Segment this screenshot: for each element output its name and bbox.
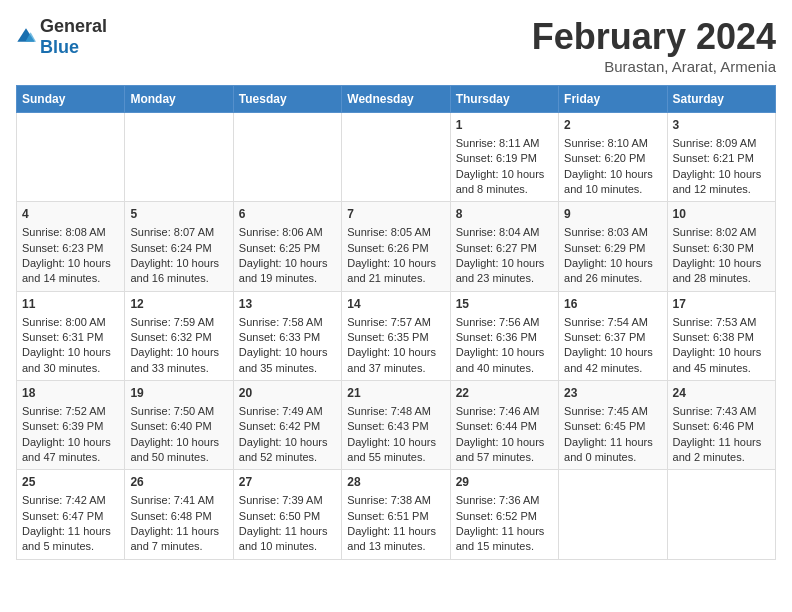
day-info: Sunrise: 8:09 AM <box>673 136 770 151</box>
day-info: Daylight: 10 hours <box>673 345 770 360</box>
day-info: and 5 minutes. <box>22 539 119 554</box>
day-info: and 35 minutes. <box>239 361 336 376</box>
day-info: and 50 minutes. <box>130 450 227 465</box>
day-info: Sunrise: 7:41 AM <box>130 493 227 508</box>
day-number: 4 <box>22 206 119 223</box>
day-number: 3 <box>673 117 770 134</box>
calendar-cell: 18Sunrise: 7:52 AMSunset: 6:39 PMDayligh… <box>17 381 125 470</box>
day-info: Daylight: 10 hours <box>347 435 444 450</box>
week-row-5: 25Sunrise: 7:42 AMSunset: 6:47 PMDayligh… <box>17 470 776 559</box>
day-number: 11 <box>22 296 119 313</box>
day-info: and 45 minutes. <box>673 361 770 376</box>
day-info: Sunrise: 7:46 AM <box>456 404 553 419</box>
day-info: and 7 minutes. <box>130 539 227 554</box>
calendar-cell: 7Sunrise: 8:05 AMSunset: 6:26 PMDaylight… <box>342 202 450 291</box>
day-number: 25 <box>22 474 119 491</box>
day-info: Daylight: 10 hours <box>239 345 336 360</box>
day-info: Sunset: 6:51 PM <box>347 509 444 524</box>
day-info: Sunrise: 8:08 AM <box>22 225 119 240</box>
day-info: Sunrise: 7:59 AM <box>130 315 227 330</box>
week-row-4: 18Sunrise: 7:52 AMSunset: 6:39 PMDayligh… <box>17 381 776 470</box>
title-area: February 2024 Burastan, Ararat, Armenia <box>532 16 776 75</box>
day-info: Sunset: 6:40 PM <box>130 419 227 434</box>
calendar-cell: 12Sunrise: 7:59 AMSunset: 6:32 PMDayligh… <box>125 291 233 380</box>
day-number: 10 <box>673 206 770 223</box>
calendar-cell: 3Sunrise: 8:09 AMSunset: 6:21 PMDaylight… <box>667 113 775 202</box>
calendar-cell: 19Sunrise: 7:50 AMSunset: 6:40 PMDayligh… <box>125 381 233 470</box>
calendar-cell: 23Sunrise: 7:45 AMSunset: 6:45 PMDayligh… <box>559 381 667 470</box>
day-info: Sunset: 6:27 PM <box>456 241 553 256</box>
weekday-header-friday: Friday <box>559 86 667 113</box>
calendar-cell: 15Sunrise: 7:56 AMSunset: 6:36 PMDayligh… <box>450 291 558 380</box>
day-info: Daylight: 11 hours <box>22 524 119 539</box>
calendar-cell: 8Sunrise: 8:04 AMSunset: 6:27 PMDaylight… <box>450 202 558 291</box>
logo-text: General Blue <box>40 16 107 58</box>
day-info: Sunset: 6:46 PM <box>673 419 770 434</box>
day-info: Sunset: 6:19 PM <box>456 151 553 166</box>
day-info: and 16 minutes. <box>130 271 227 286</box>
calendar-cell: 9Sunrise: 8:03 AMSunset: 6:29 PMDaylight… <box>559 202 667 291</box>
calendar-table: SundayMondayTuesdayWednesdayThursdayFrid… <box>16 85 776 560</box>
day-number: 21 <box>347 385 444 402</box>
sub-title: Burastan, Ararat, Armenia <box>532 58 776 75</box>
day-info: and 10 minutes. <box>239 539 336 554</box>
day-info: and 28 minutes. <box>673 271 770 286</box>
logo-icon <box>16 27 36 47</box>
day-info: and 2 minutes. <box>673 450 770 465</box>
week-row-3: 11Sunrise: 8:00 AMSunset: 6:31 PMDayligh… <box>17 291 776 380</box>
day-info: and 37 minutes. <box>347 361 444 376</box>
weekday-header-monday: Monday <box>125 86 233 113</box>
day-info: and 40 minutes. <box>456 361 553 376</box>
day-info: Daylight: 10 hours <box>130 256 227 271</box>
day-info: and 19 minutes. <box>239 271 336 286</box>
calendar-cell: 2Sunrise: 8:10 AMSunset: 6:20 PMDaylight… <box>559 113 667 202</box>
day-info: Sunset: 6:26 PM <box>347 241 444 256</box>
day-info: Sunrise: 7:54 AM <box>564 315 661 330</box>
day-info: Sunrise: 8:02 AM <box>673 225 770 240</box>
calendar-cell: 29Sunrise: 7:36 AMSunset: 6:52 PMDayligh… <box>450 470 558 559</box>
day-info: Daylight: 10 hours <box>456 435 553 450</box>
day-info: Daylight: 10 hours <box>347 256 444 271</box>
day-info: Sunrise: 7:50 AM <box>130 404 227 419</box>
day-info: Daylight: 10 hours <box>673 256 770 271</box>
day-info: Sunset: 6:32 PM <box>130 330 227 345</box>
day-info: and 52 minutes. <box>239 450 336 465</box>
calendar-cell <box>667 470 775 559</box>
day-number: 7 <box>347 206 444 223</box>
calendar-cell: 13Sunrise: 7:58 AMSunset: 6:33 PMDayligh… <box>233 291 341 380</box>
calendar-cell <box>17 113 125 202</box>
calendar-cell <box>125 113 233 202</box>
day-info: Sunset: 6:48 PM <box>130 509 227 524</box>
day-info: Sunrise: 8:04 AM <box>456 225 553 240</box>
calendar-cell: 21Sunrise: 7:48 AMSunset: 6:43 PMDayligh… <box>342 381 450 470</box>
day-info: Daylight: 10 hours <box>456 256 553 271</box>
header: General Blue February 2024 Burastan, Ara… <box>16 16 776 75</box>
day-info: Daylight: 10 hours <box>347 345 444 360</box>
day-info: and 30 minutes. <box>22 361 119 376</box>
day-info: Sunrise: 7:53 AM <box>673 315 770 330</box>
day-info: Sunrise: 7:36 AM <box>456 493 553 508</box>
day-info: Sunset: 6:20 PM <box>564 151 661 166</box>
calendar-cell <box>233 113 341 202</box>
day-info: and 13 minutes. <box>347 539 444 554</box>
day-info: and 21 minutes. <box>347 271 444 286</box>
day-info: and 10 minutes. <box>564 182 661 197</box>
logo-general: General <box>40 16 107 36</box>
day-info: Sunrise: 8:03 AM <box>564 225 661 240</box>
day-info: Sunrise: 7:39 AM <box>239 493 336 508</box>
day-number: 5 <box>130 206 227 223</box>
day-info: Daylight: 10 hours <box>564 256 661 271</box>
day-info: Sunrise: 7:42 AM <box>22 493 119 508</box>
day-info: Sunset: 6:29 PM <box>564 241 661 256</box>
calendar-cell: 1Sunrise: 8:11 AMSunset: 6:19 PMDaylight… <box>450 113 558 202</box>
day-info: Sunset: 6:43 PM <box>347 419 444 434</box>
day-number: 28 <box>347 474 444 491</box>
day-info: Sunrise: 7:57 AM <box>347 315 444 330</box>
day-info: Daylight: 11 hours <box>130 524 227 539</box>
day-info: Daylight: 10 hours <box>130 435 227 450</box>
day-info: Sunrise: 8:11 AM <box>456 136 553 151</box>
day-info: Sunset: 6:45 PM <box>564 419 661 434</box>
day-number: 14 <box>347 296 444 313</box>
day-number: 15 <box>456 296 553 313</box>
day-info: Daylight: 11 hours <box>673 435 770 450</box>
